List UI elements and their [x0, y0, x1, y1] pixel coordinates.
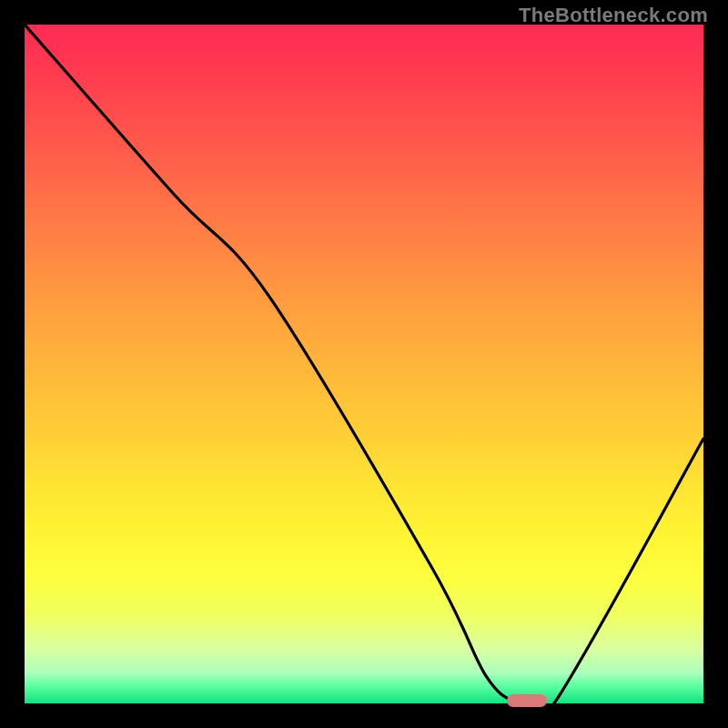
- plot-area: [25, 25, 703, 703]
- chart-container: TheBottleneck.com: [0, 0, 728, 728]
- bottleneck-curve-svg: [25, 25, 703, 703]
- bottleneck-curve-path: [25, 25, 703, 703]
- optimal-range-marker: [507, 694, 547, 707]
